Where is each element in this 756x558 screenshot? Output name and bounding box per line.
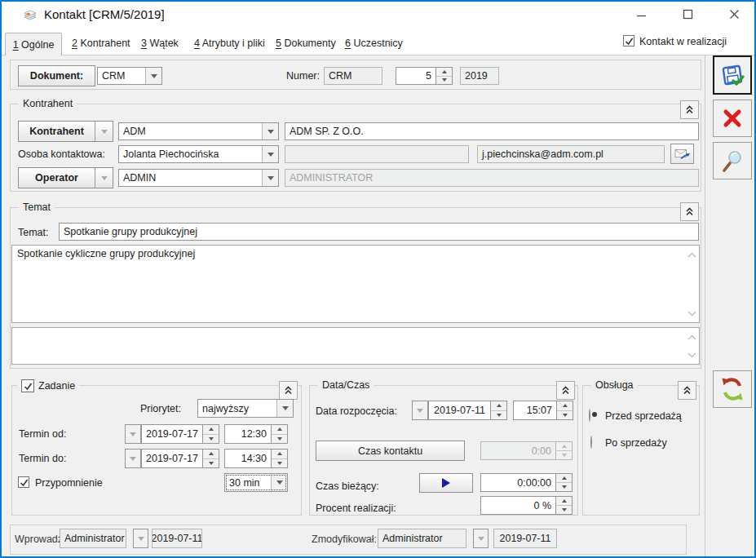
kontrahent-button-dropdown[interactable] — [95, 122, 113, 141]
kontrahent-collapse-button[interactable] — [680, 100, 699, 119]
tab-dokumenty[interactable]: 5 Dokumenty — [276, 38, 336, 49]
po-sprzedazy-radio[interactable] — [590, 436, 592, 449]
tab-uczestnicy[interactable]: 6 Uczestnicy — [345, 38, 403, 49]
kontakt-w-realizacji-checkbox[interactable] — [623, 35, 634, 46]
check-icon — [24, 382, 33, 391]
procent-realizacji-spin-up[interactable] — [556, 497, 572, 506]
dokument-button[interactable]: Dokument: — [18, 65, 95, 86]
obsluga-collapse-button[interactable] — [678, 381, 696, 400]
kontrahent-nazwa-field[interactable]: ADM SP. Z O.O. — [285, 122, 699, 140]
termin-od-date-spin-up[interactable] — [203, 425, 219, 435]
czas-kontaktu-button[interactable]: Czas kontaktu — [316, 441, 465, 461]
dokument-typ-combo[interactable]: CRM — [97, 67, 162, 85]
numer-value[interactable]: 5 — [396, 67, 436, 85]
dropdown-icon[interactable] — [271, 474, 287, 491]
temat-group-title: Temat — [19, 202, 55, 214]
kontrahent-kod-combo[interactable]: ADM — [118, 122, 279, 140]
zadanie-collapse-button[interactable] — [279, 381, 298, 400]
email-field: j.piechcinska@adm.com.pl — [477, 145, 665, 163]
minimize-icon — [636, 9, 647, 20]
data-czas-collapse-button[interactable] — [556, 381, 575, 400]
termin-do-date-spin-up[interactable] — [203, 450, 219, 459]
scroll-up-icon[interactable] — [687, 249, 696, 260]
termin-od-date-spin-down[interactable] — [203, 435, 219, 444]
tab-ogolne[interactable]: 1 Ogólne — [5, 33, 62, 55]
czas-biezacy-value[interactable]: 0:00:00 — [480, 473, 556, 492]
numer-spin-up[interactable] — [436, 68, 452, 77]
dropdown-icon[interactable] — [276, 400, 293, 417]
data-rozpoczecia-time-spin-down[interactable] — [557, 411, 573, 420]
maximize-button[interactable] — [670, 2, 705, 26]
zadanie-group-title: Zadanie — [38, 380, 75, 392]
dropdown-icon[interactable] — [262, 123, 278, 140]
termin-do-time-spin-up[interactable] — [272, 450, 287, 459]
czas-biezacy-spin-up[interactable] — [556, 474, 572, 483]
przypomnienie-label: Przypomnienie — [35, 477, 103, 489]
data-rozpoczecia-date-spin-up[interactable] — [491, 401, 506, 411]
save-button[interactable] — [713, 55, 752, 95]
termin-do-time[interactable]: 14:30 — [224, 449, 272, 468]
data-rozpoczecia-time-spinbox[interactable]: 15:07 — [513, 401, 573, 420]
operator-kod-combo[interactable]: ADMIN — [118, 169, 279, 187]
czas-biezacy-spinbox[interactable]: 0:00:00 — [480, 473, 573, 492]
notatka-textarea[interactable] — [11, 327, 700, 365]
numer-spin-down[interactable] — [436, 77, 452, 85]
dropdown-icon[interactable] — [262, 146, 278, 162]
data-rozpoczecia-date-spinbox[interactable]: 2019-07-11 — [428, 401, 507, 420]
play-icon — [442, 478, 450, 488]
termin-do-time-spinbox[interactable]: 14:30 — [224, 449, 288, 468]
procent-realizacji-spin-down[interactable] — [556, 506, 572, 514]
numer-spinbox[interactable]: 5 — [396, 67, 453, 85]
procent-realizacji-value[interactable]: 0 % — [480, 496, 556, 515]
dropdown-icon[interactable] — [262, 170, 278, 186]
termin-od-time[interactable]: 12:30 — [224, 424, 272, 444]
termin-do-date-spinbox[interactable]: 2019-07-17 — [141, 449, 219, 468]
data-rozpoczecia-time[interactable]: 15:07 — [513, 401, 557, 420]
operator-button-dropdown[interactable] — [95, 168, 113, 188]
priorytet-combo[interactable]: najwyższy — [197, 399, 294, 418]
opis-textarea[interactable]: Spotkanie cykliczne grupy produkcyjnej — [11, 245, 700, 323]
termin-od-calendar-button[interactable] — [125, 424, 141, 444]
termin-do-date[interactable]: 2019-07-17 — [141, 449, 203, 468]
zadanie-checkbox[interactable] — [21, 379, 34, 392]
termin-od-time-spin-up[interactable] — [272, 425, 287, 435]
close-button[interactable] — [717, 2, 751, 26]
data-rozpoczecia-calendar-button[interactable] — [412, 401, 428, 420]
data-rozpoczecia-date[interactable]: 2019-07-11 — [428, 401, 491, 420]
przed-sprzedaza-radio[interactable] — [589, 409, 590, 422]
termin-od-time-spinbox[interactable]: 12:30 — [224, 424, 288, 444]
procent-realizacji-spinbox[interactable]: 0 % — [480, 496, 573, 515]
czas-biezacy-spin-down[interactable] — [556, 483, 572, 491]
data-rozpoczecia-date-spin-down[interactable] — [491, 411, 506, 420]
operator-button[interactable]: Operator — [18, 167, 113, 188]
temat-collapse-button[interactable] — [680, 202, 699, 221]
kontrahent-button[interactable]: Kontrahent — [18, 121, 113, 142]
osoba-kontaktowa-combo[interactable]: Jolanta Piechocińska — [118, 145, 279, 163]
termin-od-date-spinbox[interactable]: 2019-07-17 — [141, 424, 219, 444]
przypomnienie-checkbox[interactable] — [18, 476, 29, 488]
termin-od-time-spin-down[interactable] — [272, 435, 287, 444]
spinner-icon — [203, 449, 219, 468]
collapse-icon — [685, 105, 694, 114]
scroll-down-icon[interactable] — [687, 308, 696, 319]
send-email-button[interactable] — [670, 144, 694, 164]
tab-watek[interactable]: 3 Wątek — [141, 38, 179, 49]
scroll-up-icon[interactable] — [687, 331, 696, 343]
termin-do-calendar-button[interactable] — [125, 449, 141, 468]
start-timer-button[interactable] — [419, 473, 473, 493]
data-rozpoczecia-time-spin-up[interactable] — [557, 401, 573, 411]
tab-kontrahent[interactable]: 2 Kontrahent — [72, 38, 130, 49]
minimize-button[interactable] — [624, 2, 658, 26]
search-button[interactable] — [713, 142, 752, 179]
termin-do-date-spin-down[interactable] — [203, 459, 219, 468]
scroll-down-icon[interactable] — [687, 349, 696, 361]
termin-do-time-spin-down[interactable] — [272, 459, 287, 468]
cancel-button[interactable] — [713, 100, 752, 137]
dropdown-icon[interactable] — [145, 68, 161, 84]
refresh-button[interactable] — [713, 370, 752, 408]
temat-input[interactable]: Spotkanie grupy produkcyjnej — [59, 223, 699, 241]
termin-od-date[interactable]: 2019-07-17 — [141, 424, 203, 444]
tab-atrybuty-i-pliki[interactable]: 4 Atrybuty i pliki — [194, 38, 265, 49]
czas-kontaktu-spinbox: 0:00 — [480, 441, 573, 460]
przypomnienie-combo[interactable]: 30 min — [224, 473, 288, 492]
